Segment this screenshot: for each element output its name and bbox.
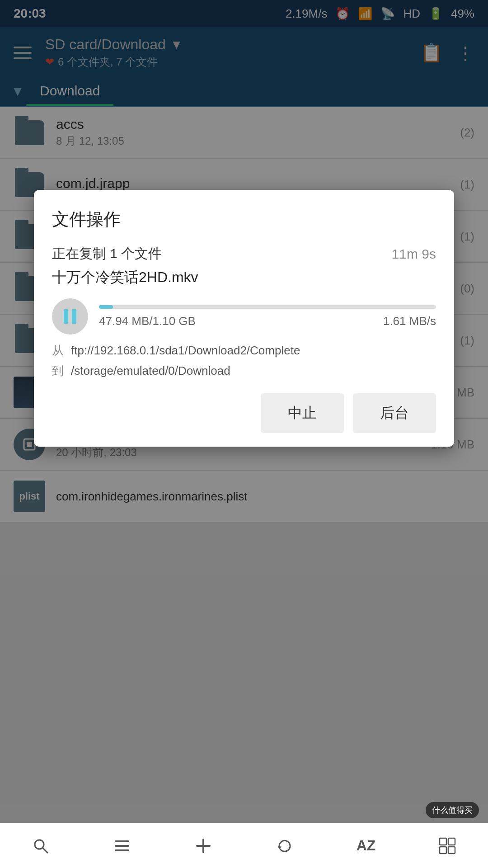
remaining-time: 11m 9s [392, 246, 436, 262]
svg-rect-9 [440, 838, 446, 845]
file-operation-dialog: 文件操作 正在复制 1 个文件 11m 9s 十万个冷笑话2HD.mkv 47.… [34, 190, 454, 447]
progress-track [99, 305, 436, 309]
progress-size: 47.94 MB/1.10 GB [99, 314, 196, 328]
sort-button[interactable]: AZ [348, 828, 384, 864]
grid-view-button[interactable] [429, 828, 465, 864]
progress-row: 47.94 MB/1.10 GB 1.61 MB/s [52, 298, 436, 335]
refresh-button[interactable] [267, 828, 303, 864]
search-button[interactable] [23, 828, 59, 864]
to-row: 到 /storage/emulated/0/Download [52, 362, 436, 380]
bottom-bar: AZ [0, 823, 488, 868]
watermark: 什么值得买 [426, 802, 479, 818]
svg-rect-6 [115, 849, 129, 851]
cancel-button[interactable]: 中止 [261, 393, 344, 433]
dialog-title: 文件操作 [52, 208, 436, 231]
progress-stats: 47.94 MB/1.10 GB 1.61 MB/s [99, 314, 436, 328]
to-path: /storage/emulated/0/Download [71, 362, 230, 380]
svg-line-3 [42, 848, 48, 853]
from-path: ftp://192.168.0.1/sda1/Download2/Complet… [71, 342, 300, 359]
sort-label: AZ [357, 837, 376, 854]
dialog-actions: 中止 后台 [52, 393, 436, 433]
pause-icon [64, 309, 76, 324]
progress-fill [99, 305, 113, 309]
from-label: 从 [52, 342, 64, 359]
add-button[interactable] [185, 828, 221, 864]
svg-rect-11 [440, 847, 446, 854]
progress-bar-area: 47.94 MB/1.10 GB 1.61 MB/s [99, 305, 436, 328]
pause-button[interactable] [52, 298, 88, 335]
copying-status: 正在复制 1 个文件 [52, 245, 162, 263]
dialog-filename: 十万个冷笑话2HD.mkv [52, 268, 436, 288]
svg-rect-8 [196, 845, 211, 847]
from-row: 从 ftp://192.168.0.1/sda1/Download2/Compl… [52, 342, 436, 359]
svg-rect-10 [448, 838, 455, 845]
svg-rect-4 [115, 840, 129, 842]
svg-rect-5 [115, 845, 129, 847]
from-to-section: 从 ftp://192.168.0.1/sda1/Download2/Compl… [52, 342, 436, 380]
background-button[interactable]: 后台 [353, 393, 436, 433]
to-label: 到 [52, 362, 64, 380]
svg-rect-12 [448, 847, 455, 854]
list-view-button[interactable] [104, 828, 140, 864]
dialog-section-row: 正在复制 1 个文件 11m 9s [52, 245, 436, 263]
progress-speed: 1.61 MB/s [383, 314, 436, 328]
